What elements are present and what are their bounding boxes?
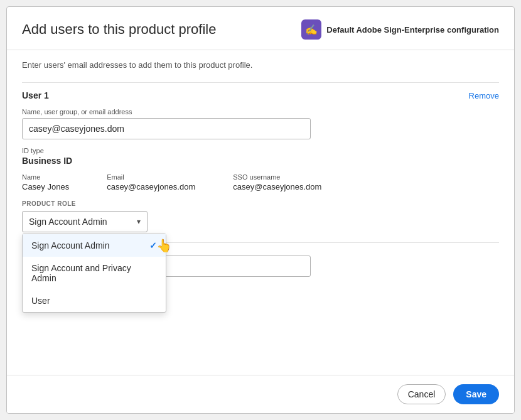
dropdown-item-user[interactable]: User xyxy=(23,289,166,312)
remove-button[interactable]: Remove xyxy=(469,91,499,100)
product-role-dropdown-menu: Sign Account Admin ✓ 👆 Sign Account and … xyxy=(22,234,166,313)
subtitle: Enter users' email addresses to add them… xyxy=(22,60,499,70)
cursor-pointer-icon: 👆 xyxy=(156,238,172,253)
dropdown-item-sign-account-admin[interactable]: Sign Account Admin ✓ 👆 xyxy=(23,234,166,257)
save-button[interactable]: Save xyxy=(453,384,499,404)
modal-title: Add users to this product profile xyxy=(22,21,216,38)
email-info-value: casey@caseyjones.dom xyxy=(107,182,195,191)
modal-footer: Cancel Save xyxy=(7,375,514,413)
adobe-sign-icon: ✍ xyxy=(301,19,321,40)
id-type-label: ID type xyxy=(22,147,499,154)
user-email-input[interactable] xyxy=(22,118,311,139)
dropdown-item-label-2: Sign Account and Privacy Admin xyxy=(31,263,157,283)
id-type-section: ID type Business ID xyxy=(22,147,499,166)
modal-body: Enter users' email addresses to add them… xyxy=(7,50,514,375)
dropdown-item-label-1: Sign Account Admin xyxy=(31,240,110,250)
dropdown-item-sign-account-privacy-admin[interactable]: Sign Account and Privacy Admin xyxy=(23,257,166,289)
user1-label: User 1 xyxy=(22,90,49,100)
name-info-label: Name xyxy=(22,173,69,181)
email-info-label: Email xyxy=(107,173,195,181)
id-type-value: Business ID xyxy=(22,156,499,166)
product-badge: ✍ Default Adobe Sign-Enterprise configur… xyxy=(301,19,499,40)
add-users-modal: Add users to this product profile ✍ Defa… xyxy=(6,6,515,414)
name-field-label: Name, user group, or email address xyxy=(22,108,499,116)
user1-header: User 1 Remove xyxy=(22,90,499,100)
sso-info-label: SSO username xyxy=(233,173,321,181)
name-info-field: Name Casey Jones xyxy=(22,173,69,191)
user-info-row: Name Casey Jones Email casey@caseyjones.… xyxy=(22,173,499,191)
chevron-down-icon: ▾ xyxy=(137,217,141,226)
dropdown-selected-label: Sign Account Admin xyxy=(29,217,107,227)
dropdown-item-label-3: User xyxy=(31,296,50,306)
name-info-value: Casey Jones xyxy=(22,182,69,191)
product-role-label: PRODUCT ROLE xyxy=(22,200,499,207)
product-role-dropdown[interactable]: Sign Account Admin ▾ xyxy=(22,211,148,232)
modal-header: Add users to this product profile ✍ Defa… xyxy=(7,7,514,50)
email-info-field: Email casey@caseyjones.dom xyxy=(107,173,195,191)
user1-section: User 1 Remove Name, user group, or email… xyxy=(22,90,499,232)
sso-info-field: SSO username casey@caseyjones.dom xyxy=(233,173,321,191)
sso-info-value: casey@caseyjones.dom xyxy=(233,182,321,191)
section-divider xyxy=(22,82,499,83)
cancel-button[interactable]: Cancel xyxy=(397,384,446,404)
product-role-dropdown-container: Sign Account Admin ▾ Sign Account Admin … xyxy=(22,211,148,232)
product-badge-label: Default Adobe Sign-Enterprise configurat… xyxy=(326,25,499,35)
